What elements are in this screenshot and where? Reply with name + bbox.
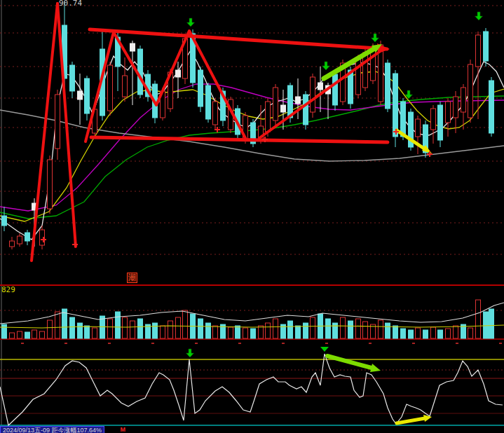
trading-app-window: 90.74 829 潮 2024/09/13五-09 距今涨幅107.64% M	[0, 0, 504, 433]
annotation-stamp: 潮	[127, 273, 137, 283]
status-bar: 2024/09/13五-09 距今涨幅107.64% M	[0, 426, 504, 433]
volume-scale-label: 829	[1, 285, 15, 294]
price-peak-label: 90.74	[59, 0, 82, 8]
status-date-text: 2024/09/13五-09 距今涨幅107.64%	[0, 426, 104, 433]
status-m-marker: M	[121, 426, 126, 433]
chart-canvas[interactable]	[0, 0, 504, 433]
